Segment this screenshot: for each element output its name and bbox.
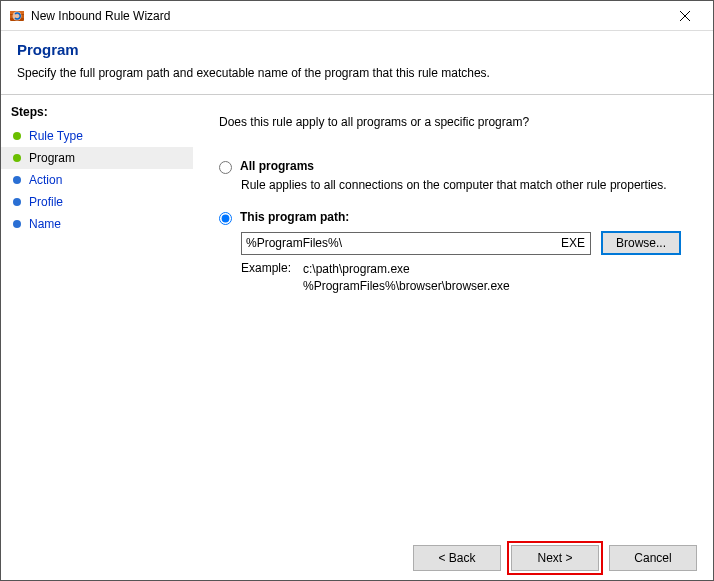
step-action[interactable]: Action	[1, 169, 193, 191]
step-label: Program	[29, 151, 75, 165]
firewall-icon	[9, 8, 25, 24]
close-button[interactable]	[665, 2, 705, 30]
program-path-input[interactable]	[241, 232, 591, 255]
step-label: Name	[29, 217, 61, 231]
browse-button[interactable]: Browse...	[601, 231, 681, 255]
titlebar: New Inbound Rule Wizard	[1, 1, 713, 31]
bullet-icon	[13, 176, 21, 184]
window-title: New Inbound Rule Wizard	[31, 9, 665, 23]
program-path-row: EXE Browse...	[241, 231, 695, 255]
example-paths: c:\path\program.exe %ProgramFiles%\brows…	[303, 261, 510, 295]
steps-panel: Steps: Rule Type Program Action Profile …	[1, 95, 193, 530]
cancel-button[interactable]: Cancel	[609, 545, 697, 571]
button-bar: < Back Next > Cancel	[1, 530, 713, 581]
step-name[interactable]: Name	[1, 213, 193, 235]
question-text: Does this rule apply to all programs or …	[219, 115, 695, 129]
example-path-1: c:\path\program.exe	[303, 261, 510, 278]
example-row: Example: c:\path\program.exe %ProgramFil…	[241, 261, 695, 295]
step-program[interactable]: Program	[1, 147, 193, 169]
wizard-header: Program Specify the full program path an…	[1, 31, 713, 95]
step-profile[interactable]: Profile	[1, 191, 193, 213]
steps-heading: Steps:	[1, 103, 193, 125]
step-label: Rule Type	[29, 129, 83, 143]
radio-program-path[interactable]	[219, 212, 232, 225]
option-program-path[interactable]: This program path:	[219, 210, 695, 225]
back-button[interactable]: < Back	[413, 545, 501, 571]
path-input-wrap: EXE	[241, 232, 591, 255]
close-icon	[680, 11, 690, 21]
radio-label: All programs	[240, 159, 314, 173]
page-title: Program	[17, 41, 697, 58]
example-label: Example:	[241, 261, 303, 295]
option-all-programs[interactable]: All programs	[219, 159, 695, 174]
next-highlight: Next >	[507, 541, 603, 575]
bullet-icon	[13, 198, 21, 206]
bullet-icon	[13, 132, 21, 140]
bullet-icon	[13, 220, 21, 228]
step-rule-type[interactable]: Rule Type	[1, 125, 193, 147]
page-description: Specify the full program path and execut…	[17, 66, 697, 80]
option-all-description: Rule applies to all connections on the c…	[241, 178, 695, 192]
next-button[interactable]: Next >	[511, 545, 599, 571]
radio-all-programs[interactable]	[219, 161, 232, 174]
bullet-icon	[13, 154, 21, 162]
radio-label: This program path:	[240, 210, 349, 224]
step-label: Profile	[29, 195, 63, 209]
step-label: Action	[29, 173, 62, 187]
content-panel: Does this rule apply to all programs or …	[193, 95, 713, 530]
wizard-body: Steps: Rule Type Program Action Profile …	[1, 95, 713, 530]
example-path-2: %ProgramFiles%\browser\browser.exe	[303, 278, 510, 295]
